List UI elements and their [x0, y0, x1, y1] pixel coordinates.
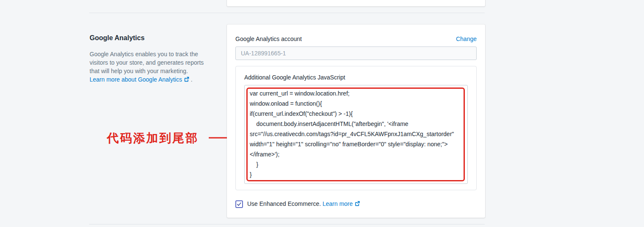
annotation-text: 代码添加到尾部	[107, 130, 199, 146]
checkmark-icon	[237, 202, 242, 207]
ecommerce-learn-more-link[interactable]: Learn more	[322, 200, 353, 207]
section-description: Google Analytics enables you to track th…	[90, 50, 215, 75]
google-analytics-card: Google Analytics account Change Addition…	[227, 25, 485, 218]
section-title: Google Analytics	[90, 34, 215, 42]
section-divider-top	[89, 13, 485, 13]
account-label: Google Analytics account	[235, 35, 302, 43]
external-link-icon	[355, 200, 360, 208]
enhanced-ecommerce-label: Use Enhanced Ecommerce.	[247, 200, 321, 207]
change-account-link[interactable]: Change	[456, 35, 477, 43]
section-divider-bottom	[89, 224, 485, 224]
analytics-account-input[interactable]	[235, 46, 477, 60]
analytics-js-code: var current_url = window.location.href; …	[250, 88, 462, 180]
analytics-js-textarea[interactable]: var current_url = window.location.href; …	[244, 85, 468, 184]
previous-card-edge	[227, 0, 485, 6]
learn-more-suffix: .	[189, 76, 193, 83]
additional-js-label: Additional Google Analytics JavaScript	[244, 73, 468, 82]
external-link-icon	[184, 76, 189, 84]
enhanced-ecommerce-checkbox[interactable]	[235, 200, 243, 208]
learn-more-analytics-link[interactable]: Learn more about Google Analytics	[90, 76, 182, 83]
additional-js-panel: Additional Google Analytics JavaScript v…	[235, 66, 477, 190]
settings-section-annotation: Google Analytics Google Analytics enable…	[90, 34, 215, 84]
